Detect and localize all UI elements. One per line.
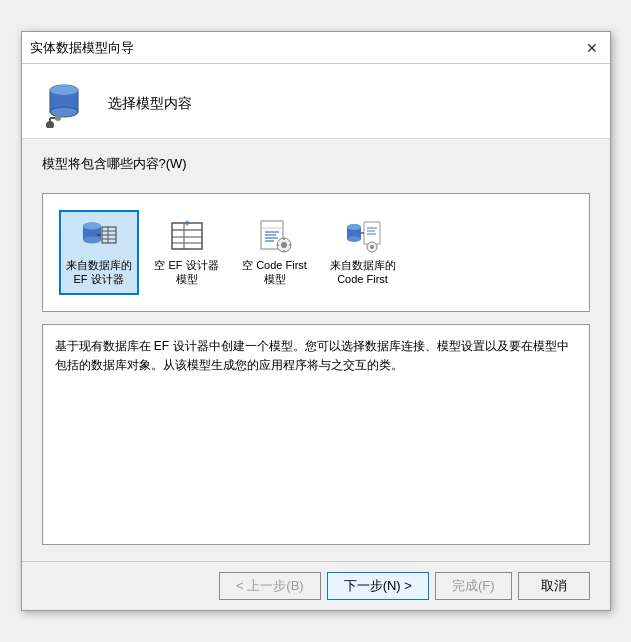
footer: < 上一步(B) 下一步(N) > 完成(F) 取消	[22, 561, 610, 610]
option-code-first-from-db[interactable]: 来自数据库的 Code First	[323, 210, 403, 295]
svg-point-38	[347, 236, 361, 242]
option-empty-ef-designer[interactable]: 空 EF 设计器模型	[147, 210, 227, 295]
title-bar: 实体数据模型向导 ✕	[22, 32, 610, 64]
section-label: 模型将包含哪些内容?(W)	[42, 155, 590, 173]
option-empty-code-first-label: 空 Code First 模型	[241, 258, 309, 287]
empty-code-first-icon	[255, 218, 295, 254]
option-ef-designer-from-db-label: 来自数据库的 EF 设计器	[65, 258, 133, 287]
description-text: 基于现有数据库在 EF 设计器中创建一个模型。您可以选择数据库连接、模型设置以及…	[55, 339, 569, 372]
svg-point-46	[370, 245, 374, 249]
option-ef-designer-from-db[interactable]: 来自数据库的 EF 设计器	[59, 210, 139, 295]
code-first-from-db-icon	[343, 218, 383, 254]
header-icon	[42, 80, 94, 128]
option-code-first-from-db-label: 来自数据库的 Code First	[329, 258, 397, 287]
svg-point-7	[55, 115, 61, 121]
next-button[interactable]: 下一步(N) >	[327, 572, 429, 600]
header-title: 选择模型内容	[108, 95, 192, 113]
empty-ef-designer-icon	[167, 218, 207, 254]
model-options-box: 来自数据库的 EF 设计器 空 EF 设计器模型	[42, 193, 590, 312]
close-button[interactable]: ✕	[582, 38, 602, 58]
ef-designer-from-db-icon	[79, 218, 119, 254]
database-wizard-icon	[42, 80, 94, 128]
dialog-title: 实体数据模型向导	[30, 39, 134, 57]
header-section: 选择模型内容	[22, 64, 610, 139]
svg-point-3	[50, 85, 78, 95]
svg-point-5	[46, 121, 54, 128]
svg-point-11	[83, 223, 101, 230]
svg-point-10	[83, 237, 101, 244]
svg-point-39	[347, 224, 361, 230]
finish-button[interactable]: 完成(F)	[435, 572, 512, 600]
option-empty-code-first[interactable]: 空 Code First 模型	[235, 210, 315, 295]
svg-point-31	[281, 242, 287, 248]
description-box: 基于现有数据库在 EF 设计器中创建一个模型。您可以选择数据库连接、模型设置以及…	[42, 324, 590, 545]
main-dialog: 实体数据模型向导 ✕ 选择模型内容 模型将包含哪些内容?(W)	[21, 31, 611, 611]
cancel-button[interactable]: 取消	[518, 572, 590, 600]
svg-marker-23	[184, 220, 190, 226]
svg-point-2	[50, 107, 78, 117]
svg-rect-40	[364, 222, 380, 244]
option-empty-ef-designer-label: 空 EF 设计器模型	[153, 258, 221, 287]
prev-button[interactable]: < 上一步(B)	[219, 572, 321, 600]
svg-rect-18	[172, 223, 202, 249]
content-area: 模型将包含哪些内容?(W)	[22, 139, 610, 561]
